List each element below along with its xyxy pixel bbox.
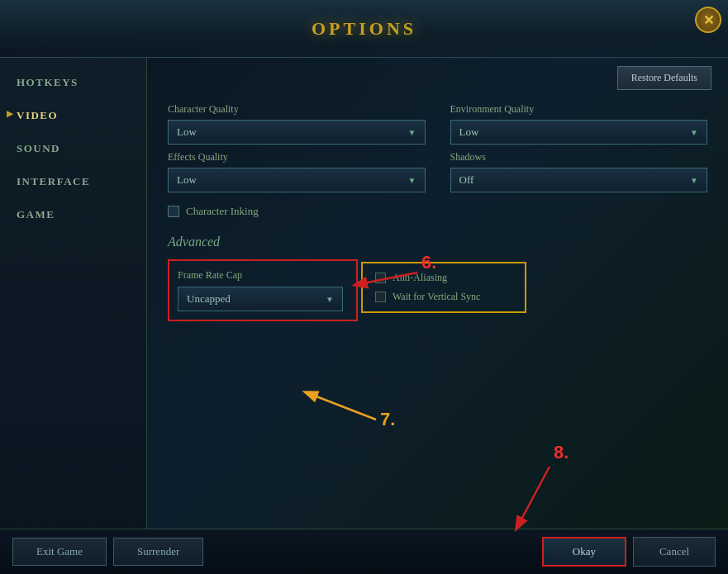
advanced-section: Advanced Frame Rate Cap Uncapped ▼ Anti-…	[168, 235, 707, 334]
character-quality-label: Character Quality	[168, 103, 426, 116]
shadows-label: Shadows	[450, 151, 708, 164]
sidebar-item-video[interactable]: VIDEO	[0, 99, 146, 132]
character-inking-checkbox[interactable]	[168, 206, 179, 217]
environment-quality-group: Environment Quality Low ▼	[450, 103, 708, 145]
sidebar-item-interface[interactable]: INTERFACE	[0, 165, 146, 198]
effects-quality-dropdown[interactable]: Low ▼	[168, 168, 426, 192]
shadows-dropdown[interactable]: Off ▼	[450, 168, 708, 192]
sidebar: HOTKEYS VIDEO SOUND INTERFACE GAME	[0, 58, 147, 529]
vsync-label: Wait for Vertical Sync	[393, 291, 480, 303]
title-bar: OPTIONS	[0, 0, 728, 58]
frame-rate-cap-section: Frame Rate Cap Uncapped ▼	[168, 259, 358, 321]
dialog-overlay: ✕ OPTIONS HOTKEYS VIDEO SOUND INTERFACE …	[0, 0, 728, 574]
content-panel: Restore Defaults Character Quality Low ▼…	[147, 58, 728, 529]
close-icon: ✕	[703, 12, 714, 28]
restore-defaults-button[interactable]: Restore Defaults	[617, 66, 711, 90]
anti-aliasing-label: Anti-Aliasing	[393, 272, 447, 284]
chevron-down-icon: ▼	[690, 176, 698, 185]
quality-row-2: Effects Quality Low ▼ Shadows Off ▼	[168, 151, 707, 192]
quality-row-1: Character Quality Low ▼ Environment Qual…	[168, 103, 707, 145]
chevron-down-icon: ▼	[408, 176, 416, 185]
dialog-title: OPTIONS	[312, 18, 416, 40]
okay-button[interactable]: Okay	[542, 537, 626, 567]
advanced-header: Advanced	[168, 235, 707, 249]
bottom-bar: Exit Game Surrender Okay Cancel	[0, 529, 728, 574]
sidebar-item-sound[interactable]: SOUND	[0, 132, 146, 165]
sidebar-item-game[interactable]: GAME	[0, 198, 146, 231]
chevron-down-icon: ▼	[408, 128, 416, 137]
main-area: HOTKEYS VIDEO SOUND INTERFACE GAME Resto…	[0, 58, 728, 529]
environment-quality-dropdown[interactable]: Low ▼	[450, 120, 708, 145]
effects-quality-label: Effects Quality	[168, 151, 426, 164]
anti-aliasing-checkbox[interactable]	[375, 273, 386, 283]
advanced-checkboxes-section: Anti-Aliasing Wait for Vertical Sync	[361, 262, 526, 313]
close-button[interactable]: ✕	[695, 7, 721, 33]
character-inking-label: Character Inking	[186, 205, 259, 218]
character-inking-row: Character Inking	[168, 205, 707, 218]
character-quality-dropdown[interactable]: Low ▼	[168, 120, 426, 145]
sidebar-item-hotkeys[interactable]: HOTKEYS	[0, 66, 146, 99]
chevron-down-icon: ▼	[326, 295, 334, 304]
anti-aliasing-row: Anti-Aliasing	[375, 272, 512, 284]
vsync-row: Wait for Vertical Sync	[375, 291, 512, 303]
left-buttons: Exit Game Surrender	[12, 538, 203, 566]
chevron-down-icon: ▼	[690, 128, 698, 137]
vsync-checkbox[interactable]	[375, 292, 386, 302]
frame-rate-cap-dropdown[interactable]: Uncapped ▼	[178, 287, 343, 311]
frame-rate-cap-label: Frame Rate Cap	[178, 269, 348, 282]
shadows-group: Shadows Off ▼	[450, 151, 708, 192]
character-quality-group: Character Quality Low ▼	[168, 103, 426, 145]
right-buttons: Okay Cancel	[542, 537, 716, 567]
cancel-button[interactable]: Cancel	[633, 537, 716, 567]
surrender-button[interactable]: Surrender	[113, 538, 203, 566]
environment-quality-label: Environment Quality	[450, 103, 708, 116]
effects-quality-group: Effects Quality Low ▼	[168, 151, 426, 192]
exit-game-button[interactable]: Exit Game	[12, 538, 107, 566]
